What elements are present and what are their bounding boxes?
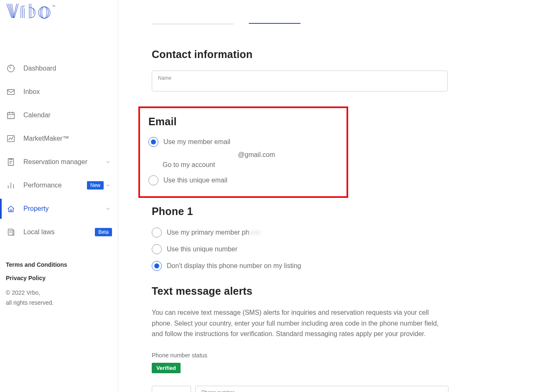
phone-label: Phone number: [201, 389, 442, 392]
terms-link[interactable]: Terms and Conditions: [6, 261, 112, 268]
go-to-account-link[interactable]: Go to my account: [163, 161, 338, 169]
property-icon: [6, 204, 16, 214]
radio-label: Use this unique email: [163, 177, 227, 184]
email-option-unique[interactable]: Use this unique email: [148, 175, 338, 185]
sidebar-item-dashboard[interactable]: Dashboard: [0, 57, 118, 80]
cutoff-button-primary[interactable]: [249, 23, 301, 24]
main-content: Contact information Name Email Use my me…: [118, 0, 553, 392]
radio-label: Don't display this phone number on my li…: [167, 262, 301, 270]
radio-label: Use my member email: [163, 138, 230, 146]
radio-selected[interactable]: [148, 137, 158, 147]
svg-rect-6: [8, 113, 15, 119]
copyright-line: © 2022 Vrbo,: [6, 288, 112, 298]
sidebar-nav: Dashboard Inbox Calendar MarketMaker™ Re…: [0, 57, 118, 244]
chevron-down-icon: [104, 159, 112, 165]
sidebar-item-label: Reservation manager: [23, 158, 104, 166]
email-heading: Email: [148, 116, 338, 128]
sidebar-item-reservation-manager[interactable]: Reservation manager: [0, 150, 118, 174]
email-domain: @gmail.com: [238, 151, 275, 158]
reservation-icon: [6, 157, 16, 167]
inbox-icon: [6, 87, 16, 97]
beta-badge: Beta: [95, 228, 112, 236]
svg-rect-5: [8, 90, 15, 95]
sidebar-item-property[interactable]: Property: [0, 197, 118, 220]
verified-badge: Verified: [152, 363, 181, 373]
chevron-down-icon: [104, 182, 112, 188]
sidebar-item-calendar[interactable]: Calendar: [0, 104, 118, 127]
svg-point-1: [40, 7, 48, 18]
radio-unselected[interactable]: [152, 244, 162, 254]
performance-icon: [6, 180, 16, 190]
calendar-icon: [6, 110, 16, 120]
copyright-line: all rights reserved.: [6, 298, 112, 308]
radio-label: Use this unique number: [167, 245, 237, 253]
name-label: Name: [158, 75, 441, 81]
sidebar-item-marketmaker[interactable]: MarketMaker™: [0, 127, 118, 150]
sidebar-item-label: Dashboard: [23, 65, 112, 72]
redacted-overlay: [249, 201, 399, 250]
radio-unselected[interactable]: [148, 175, 158, 185]
copyright: © 2022 Vrbo, all rights reserved.: [6, 288, 112, 308]
dashboard-icon: [6, 63, 16, 73]
phone-section: Phone 1 Use my primary member phone Use …: [152, 205, 553, 271]
sidebar-footer: Terms and Conditions Privacy Policy © 20…: [0, 261, 118, 308]
sidebar-item-label: MarketMaker™: [23, 135, 112, 142]
sidebar-item-label: Performance: [23, 182, 84, 189]
contact-heading: Contact information: [152, 48, 553, 61]
phone-number-input[interactable]: Phone number: [195, 386, 449, 392]
member-email-value: @gmail.com: [163, 151, 338, 159]
name-input[interactable]: Name: [152, 71, 448, 91]
radio-label: Use my primary member phone: [167, 229, 260, 236]
sidebar-item-label: Local laws: [23, 228, 95, 236]
top-buttons-cutoff: [152, 23, 553, 24]
sidebar-item-inbox[interactable]: Inbox: [0, 80, 118, 104]
svg-point-2: [42, 7, 47, 18]
sms-heading: Text message alerts: [152, 285, 553, 297]
marketmaker-icon: [6, 134, 16, 144]
sidebar-item-label: Property: [23, 205, 104, 212]
country-code-select[interactable]: +: [152, 386, 191, 392]
radio-selected[interactable]: [152, 261, 162, 271]
phone-status-label: Phone number status: [152, 352, 553, 359]
svg-text:™: ™: [52, 5, 55, 8]
sidebar-item-label: Inbox: [23, 88, 112, 96]
sidebar: ™ Dashboard Inbox Calendar MarketMake: [0, 0, 118, 392]
new-badge: New: [87, 181, 104, 190]
sms-description: You can receive text message (SMS) alert…: [152, 307, 448, 339]
phone-option-hide[interactable]: Don't display this phone number on my li…: [152, 261, 553, 271]
sidebar-item-local-laws[interactable]: Local laws Beta: [0, 220, 118, 244]
sidebar-item-label: Calendar: [23, 111, 112, 119]
email-option-member[interactable]: Use my member email: [148, 137, 338, 147]
radio-unselected[interactable]: [152, 228, 162, 238]
logo[interactable]: ™: [0, 0, 118, 28]
email-highlight-box: Email Use my member email @gmail.com Go …: [138, 106, 348, 198]
privacy-link[interactable]: Privacy Policy: [6, 275, 112, 281]
phone-input-row: + Phone number: [152, 386, 553, 392]
chevron-down-icon: [104, 206, 112, 212]
sidebar-item-performance[interactable]: Performance New: [0, 174, 118, 197]
cutoff-button-outline[interactable]: [152, 23, 234, 24]
local-laws-icon: [6, 227, 16, 237]
